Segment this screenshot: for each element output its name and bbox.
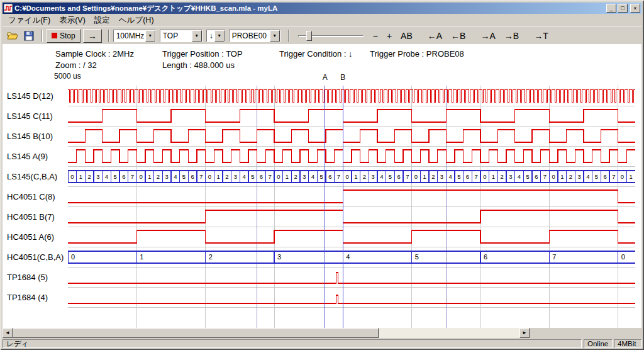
bus-value-label: 1 <box>630 173 633 180</box>
minimize-button[interactable]: _ <box>606 4 616 13</box>
bus-value-label: 3 <box>440 173 443 180</box>
maximize-button[interactable]: □ <box>618 4 628 13</box>
bus-value-label: 1 <box>148 173 151 180</box>
zoom-in-button[interactable]: + <box>384 30 395 42</box>
ab-cursors-button[interactable]: AB <box>397 30 416 42</box>
chevron-down-icon[interactable]: ▼ <box>192 30 202 42</box>
open-file-button[interactable] <box>5 29 20 43</box>
chevron-down-icon[interactable]: ▼ <box>270 30 280 42</box>
bus-value-label: 4 <box>346 253 350 261</box>
zoom-out-button[interactable]: − <box>370 30 381 42</box>
toolbar-separator <box>288 30 289 42</box>
length-readout: Length : 488.000 us <box>162 60 235 70</box>
status-memory-badge: 4MBit <box>614 339 641 348</box>
chevron-down-icon[interactable]: ▼ <box>214 30 225 42</box>
cursor-label-row: AB <box>3 73 641 84</box>
channel-label: HC4051 B(7) <box>7 212 55 222</box>
scrollbar-thumb[interactable] <box>13 328 379 338</box>
zoom-slider[interactable] <box>298 29 364 43</box>
bus-value-label: 6 <box>466 173 469 180</box>
goto-trigger-button[interactable]: →T <box>531 30 552 42</box>
menu-bar: ファイル(F) 表示(V) 設定 ヘルプ(H) <box>3 14 641 26</box>
bus-value-label: 2 <box>569 173 572 180</box>
bus-value-label: 2 <box>157 173 160 180</box>
run-button[interactable]: → <box>83 29 102 43</box>
bus-value-label: 2 <box>501 173 504 180</box>
move-b-left-button[interactable]: ←B <box>448 30 469 42</box>
move-a-left-button[interactable]: ←A <box>425 30 445 42</box>
bus-value-label: 6 <box>260 173 263 180</box>
trigger-probe-value: PROBE00 <box>230 30 270 42</box>
bus-value-label: 2 <box>363 173 366 180</box>
bus-value-label: 3 <box>165 173 169 180</box>
chevron-down-icon[interactable]: ▼ <box>145 30 155 42</box>
bus-value-label: 0 <box>414 173 418 180</box>
close-icon: × <box>633 6 636 11</box>
trigger-probe-combo[interactable]: PROBE00 ▼ <box>229 30 280 42</box>
close-button[interactable]: × <box>630 4 640 13</box>
bus-value-label: 6 <box>535 173 538 180</box>
menu-help[interactable]: ヘルプ(H) <box>114 14 158 27</box>
channel-label: HC4051 C(8) <box>7 192 55 201</box>
menu-settings[interactable]: 設定 <box>90 14 114 27</box>
bus-value-label: 2 <box>431 173 435 180</box>
move-a-right-button[interactable]: →A <box>477 30 498 42</box>
channel-label: LS145 C(11) <box>7 111 53 121</box>
toolbar-separator <box>108 30 109 42</box>
horizontal-scrollbar[interactable]: ◄ ► <box>3 328 530 338</box>
trigger-edge-combo[interactable]: ↓ ▼ <box>206 30 225 42</box>
menu-view[interactable]: 表示(V) <box>55 14 90 27</box>
scrollbar-filler <box>530 328 641 338</box>
scroll-right-button[interactable]: ► <box>519 328 530 338</box>
bus-value-label: 5 <box>526 173 530 180</box>
stop-button[interactable]: Stop <box>47 29 80 43</box>
status-bar: レディ Online 4MBit <box>3 339 641 348</box>
title-bar: C:¥Documents and Settings¥noname¥デスクトップ¥… <box>3 3 641 14</box>
channel-label: LS145 B(10) <box>7 132 53 141</box>
bus-value-label: 7 <box>131 173 134 180</box>
bus-value-label: 1 <box>423 173 426 180</box>
bus-value-label: 3 <box>372 173 375 180</box>
bus-value-label: 0 <box>621 173 624 180</box>
bus-value-label: 0 <box>346 173 349 180</box>
save-button[interactable] <box>21 29 36 43</box>
waveform-canvas[interactable]: 0123456701234567012345670123456701234567… <box>68 86 635 328</box>
bus-value-label: 4 <box>243 173 246 180</box>
zoom-slider-thumb[interactable] <box>306 31 312 41</box>
sample-clock-readout: Sample Clock : 2MHz <box>55 49 134 59</box>
channel-label: TP1684 (5) <box>7 273 48 282</box>
bus-value-label: 2 <box>225 173 228 180</box>
bus-value-label: 6 <box>328 173 331 180</box>
folder-open-icon <box>7 31 18 41</box>
toolbar: Stop → 100MHz ▼ TOP ▼ ↓ ▼ PROBE00 ▼ − + … <box>3 26 641 44</box>
channel-label: LS145 A(9) <box>7 152 48 161</box>
sample-clock-value: 100MHz <box>114 30 145 42</box>
bus-value-label: 4 <box>449 173 452 180</box>
trigger-position-combo[interactable]: TOP ▼ <box>160 30 203 42</box>
channel-label: TP1684 (4) <box>7 293 48 302</box>
move-b-right-button[interactable]: →B <box>501 30 522 42</box>
bus-value-label: 0 <box>621 253 625 261</box>
menu-file[interactable]: ファイル(F) <box>4 14 55 27</box>
bus-value-label: 1 <box>286 173 289 180</box>
zoom-readout: Zoom : / 32 <box>55 60 97 70</box>
trigger-edge-value: ↓ <box>207 30 214 42</box>
bus-value-label: 1 <box>560 173 564 180</box>
scroll-left-button[interactable]: ◄ <box>3 328 13 338</box>
floppy-icon <box>24 31 34 41</box>
window-controls: _ □ × <box>606 4 640 13</box>
bus-value-label: 1 <box>354 173 357 180</box>
scroll-left-icon: ◄ <box>5 330 10 336</box>
bus-value-label: 1 <box>140 253 143 261</box>
sample-clock-combo[interactable]: 100MHz ▼ <box>113 30 156 42</box>
bus-value-label: 6 <box>122 173 125 180</box>
bus-value-label: 3 <box>509 173 512 180</box>
trigger-position-readout: Trigger Position : TOP <box>162 49 243 59</box>
bus-value-label: 0 <box>552 173 555 180</box>
trigger-condition-readout: Trigger Condition : ↓ <box>279 49 353 59</box>
bus-value-label: 7 <box>475 173 478 180</box>
bus-value-label: 5 <box>457 173 460 180</box>
status-message: レディ <box>3 339 582 348</box>
bus-value-label: 2 <box>294 173 297 180</box>
bus-value-label: 5 <box>251 173 254 180</box>
